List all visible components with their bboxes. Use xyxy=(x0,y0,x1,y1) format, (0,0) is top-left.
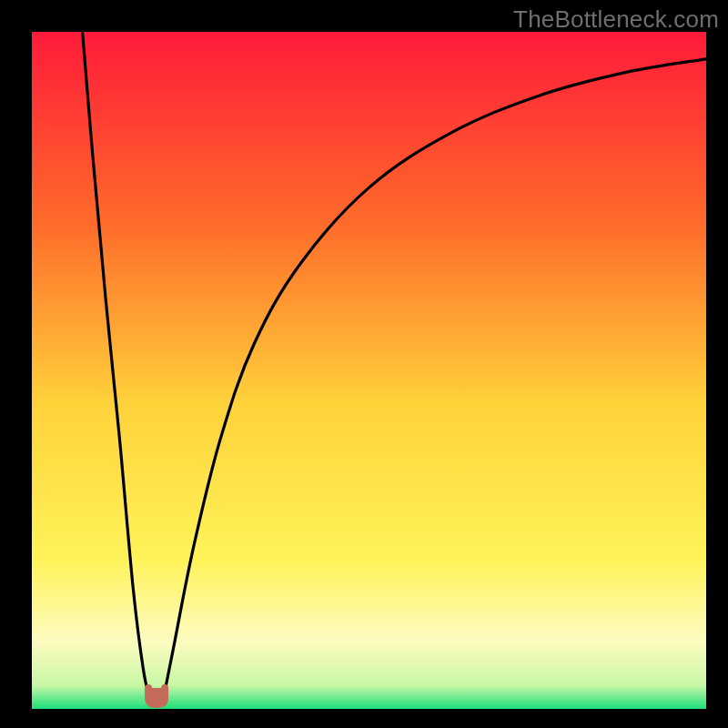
optimal-point-marker xyxy=(148,688,165,704)
chart-frame: TheBottleneck.com xyxy=(0,0,728,728)
watermark-text: TheBottleneck.com xyxy=(513,5,719,34)
bottleneck-plot xyxy=(32,32,706,709)
gradient-backdrop xyxy=(32,32,706,709)
